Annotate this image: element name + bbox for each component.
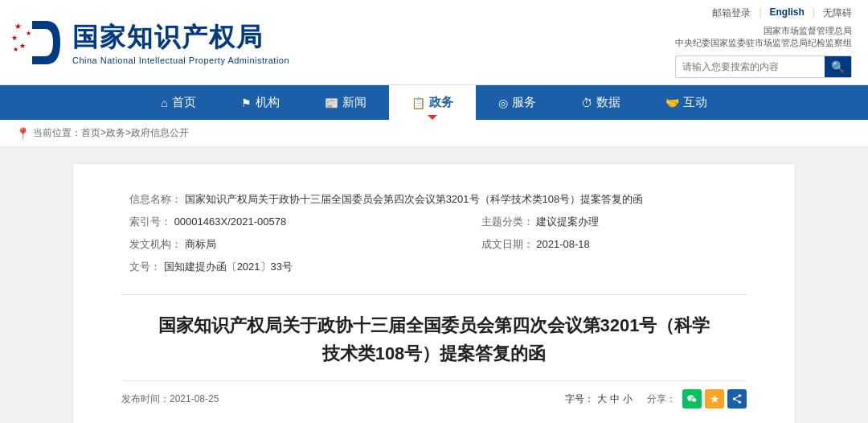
info-table: 信息名称： 国家知识产权局关于政协十三届全国委员会第四次会议第3201号（科学技… bbox=[121, 188, 747, 278]
font-size-controls: 字号： 大 中 小 bbox=[565, 392, 633, 406]
top-right: 邮箱登录 | English | 无障碍 国家市场监督管理总局 中央纪委国家监委… bbox=[675, 6, 852, 78]
svg-text:★: ★ bbox=[19, 42, 26, 50]
top-links: 邮箱登录 | English | 无障碍 bbox=[712, 6, 852, 20]
logo-area: ★ ★ ★ ★ ★ 国家知识产权局 China National Intelle… bbox=[8, 14, 289, 71]
breadcrumb: 当前位置：首页>政务>政府信息公开 bbox=[33, 126, 189, 140]
meta-right: 字号： 大 中 小 分享： ★ bbox=[565, 389, 747, 409]
nav-item-policy[interactable]: 📋 政务 bbox=[389, 85, 476, 120]
nav-label-service: 服务 bbox=[512, 95, 536, 110]
english-link[interactable]: English bbox=[770, 6, 805, 20]
share-icons: ★ bbox=[682, 389, 747, 409]
institution-icon: ⚑ bbox=[241, 97, 252, 109]
logo-cn-text: 国家知识产权局 bbox=[72, 20, 289, 55]
divider-line bbox=[121, 294, 747, 295]
top-org: 国家市场监督管理总局 中央纪委国家监委驻市场监管总局纪检监察组 bbox=[675, 25, 852, 49]
font-small-btn[interactable]: 小 bbox=[623, 392, 633, 406]
breadcrumb-bar: 📍 当前位置：首页>政务>政府信息公开 bbox=[0, 120, 868, 147]
article-meta: 发布时间：2021-08-25 字号： 大 中 小 分享： ★ bbox=[121, 380, 747, 409]
search-button[interactable]: 🔍 bbox=[825, 56, 851, 77]
mail-login-link[interactable]: 邮箱登录 bbox=[712, 6, 751, 20]
news-icon: 📰 bbox=[325, 97, 338, 109]
value2: 00001463X/2021-00578 bbox=[174, 216, 287, 228]
nav-label-institution: 机构 bbox=[256, 95, 280, 110]
svg-text:★: ★ bbox=[11, 34, 18, 42]
value6: 国知建提办函〔2021〕33号 bbox=[164, 261, 293, 273]
interact-icon: 🤝 bbox=[665, 97, 679, 109]
location-icon: 📍 bbox=[16, 127, 30, 140]
policy-icon: 📋 bbox=[411, 97, 425, 109]
nav-item-interact[interactable]: 🤝 互动 bbox=[643, 85, 730, 120]
article-title: 国家知识产权局关于政协十三届全国委员会第四次会议第3201号（科学 技术类108… bbox=[121, 311, 747, 368]
share-label: 分享： bbox=[647, 392, 676, 406]
logo-icon: ★ ★ ★ ★ ★ bbox=[8, 14, 64, 71]
weibo-share-button[interactable]: ★ bbox=[705, 389, 724, 409]
title-line2: 技术类108号）提案答复的函 bbox=[121, 339, 747, 368]
org-line1: 国家市场监督管理总局 bbox=[764, 25, 852, 37]
search-input[interactable] bbox=[676, 57, 825, 76]
meta-left: 发布时间：2021-08-25 bbox=[121, 392, 219, 406]
home-icon: ⌂ bbox=[161, 97, 167, 109]
font-medium-btn[interactable]: 中 bbox=[610, 392, 620, 406]
title-line1: 国家知识产权局关于政协十三届全国委员会第四次会议第3201号（科学 bbox=[121, 311, 747, 339]
label4: 发文机构： bbox=[129, 238, 182, 250]
data-icon: ⏱ bbox=[581, 97, 592, 109]
info-value1: 国家知识产权局关于政协十三届全国委员会第四次会议第3201号（科学技术类108号… bbox=[185, 193, 644, 205]
nav-bar: ⌂ 首页 ⚑ 机构 📰 新闻 📋 政务 ◎ 服务 ⏱ 数据 🤝 互动 bbox=[0, 85, 868, 120]
svg-text:★: ★ bbox=[26, 30, 31, 37]
value4: 商标局 bbox=[185, 238, 216, 250]
nav-label-interact: 互动 bbox=[683, 95, 707, 110]
font-large-btn[interactable]: 大 bbox=[597, 392, 607, 406]
top-bar: ★ ★ ★ ★ ★ 国家知识产权局 China National Intelle… bbox=[0, 0, 868, 85]
label2: 索引号： bbox=[129, 216, 171, 228]
info-label1: 信息名称： bbox=[129, 193, 182, 205]
label6: 文号： bbox=[129, 261, 161, 273]
nav-item-data[interactable]: ⏱ 数据 bbox=[559, 85, 643, 120]
nav-item-news[interactable]: 📰 新闻 bbox=[302, 85, 389, 120]
nav-item-institution[interactable]: ⚑ 机构 bbox=[219, 85, 302, 120]
divider2: | bbox=[813, 6, 815, 20]
value3: 建议提案办理 bbox=[536, 216, 599, 228]
nav-label-data: 数据 bbox=[596, 95, 620, 110]
wechat-share-button[interactable] bbox=[682, 389, 702, 409]
main-content: 信息名称： 国家知识产权局关于政协十三届全国委员会第四次会议第3201号（科学技… bbox=[72, 163, 796, 423]
label5: 成文日期： bbox=[481, 238, 534, 250]
accessibility-link[interactable]: 无障碍 bbox=[823, 6, 852, 20]
org-line2: 中央纪委国家监委驻市场监管总局纪检监察组 bbox=[675, 37, 852, 49]
divider1: | bbox=[759, 6, 761, 20]
nav-label-news: 新闻 bbox=[342, 95, 366, 110]
search-bar: 🔍 bbox=[675, 55, 852, 78]
logo-en-text: China National Intellectual Property Adm… bbox=[72, 55, 289, 65]
value5: 2021-08-18 bbox=[536, 238, 590, 250]
svg-text:★: ★ bbox=[13, 46, 18, 53]
publish-time: 发布时间：2021-08-25 bbox=[121, 392, 219, 406]
nav-item-home[interactable]: ⌂ 首页 bbox=[138, 85, 218, 120]
logo-text-wrap: 国家知识产权局 China National Intellectual Prop… bbox=[72, 20, 289, 65]
nav-label-home: 首页 bbox=[172, 95, 196, 110]
share-other-button[interactable] bbox=[727, 389, 747, 409]
svg-text:★: ★ bbox=[14, 22, 22, 31]
nav-item-service[interactable]: ◎ 服务 bbox=[476, 85, 559, 120]
service-icon: ◎ bbox=[498, 97, 508, 109]
label3: 主题分类： bbox=[481, 216, 534, 228]
font-size-label: 字号： bbox=[565, 392, 594, 406]
nav-label-policy: 政务 bbox=[429, 95, 453, 110]
